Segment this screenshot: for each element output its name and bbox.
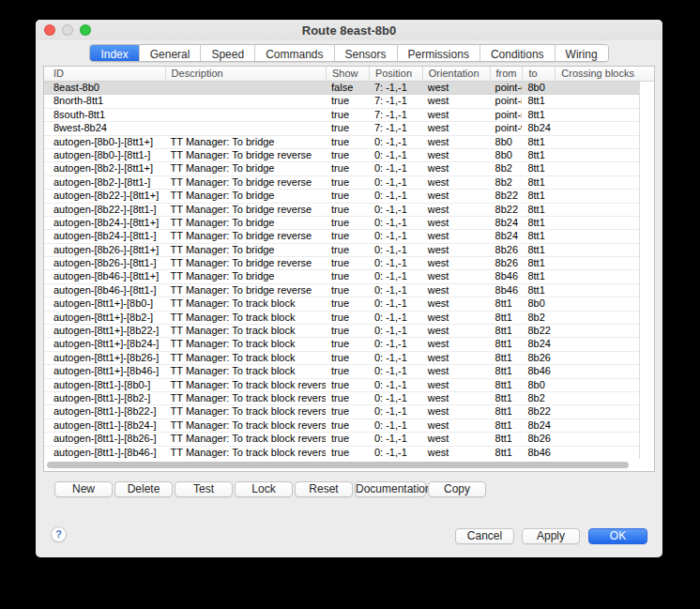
column-header-id[interactable]: ID: [44, 67, 165, 81]
table-row[interactable]: autogen-[8tt1+]-[8b0-]TT Manager: To tra…: [44, 297, 654, 311]
table-cell: 8tt1: [490, 312, 523, 324]
table-cell: 0: -1,-1: [369, 312, 422, 324]
table-cell: west: [422, 405, 490, 418]
tab-sensors[interactable]: Sensors: [334, 45, 397, 62]
table-cell: 0: -1,-1: [369, 338, 422, 350]
table-row[interactable]: autogen-[8b24-]-[8tt1+]TT Manager: To br…: [44, 217, 654, 230]
column-header-position[interactable]: Position: [369, 67, 422, 81]
table-cell: autogen-[8tt1-]-[8b24-]: [44, 419, 165, 432]
table-row[interactable]: autogen-[8b46-]-[8tt1+]TT Manager: To br…: [44, 270, 654, 283]
test-button[interactable]: Test: [175, 481, 233, 497]
table-row[interactable]: autogen-[8tt1-]-[8b26-]TT Manager: To tr…: [44, 433, 654, 446]
table-cell: autogen-[8b22-]-[8tt1-]: [44, 204, 165, 216]
column-header-orientation[interactable]: Orientation: [422, 67, 490, 81]
table-cell: 8tt1: [490, 325, 523, 337]
column-header-from[interactable]: from: [490, 67, 523, 81]
table-row[interactable]: autogen-[8b2-]-[8tt1-]TT Manager: To bri…: [44, 176, 654, 190]
horizontal-scrollbar-thumb[interactable]: [47, 462, 629, 468]
table-cell: true: [326, 433, 369, 445]
table-row[interactable]: autogen-[8b24-]-[8tt1-]TT Manager: To br…: [44, 230, 654, 243]
new-button[interactable]: New: [54, 481, 113, 497]
tab-conditions[interactable]: Conditions: [479, 45, 555, 62]
table-row[interactable]: autogen-[8tt1-]-[8b22-]TT Manager: To tr…: [44, 405, 654, 419]
table-cell: 8b46: [490, 270, 523, 282]
table-cell: 8b24: [490, 217, 523, 229]
table-row[interactable]: autogen-[8tt1-]-[8b2-]TT Manager: To tra…: [44, 392, 654, 405]
tab-general[interactable]: General: [139, 45, 201, 62]
table-cell: 0: -1,-1: [369, 284, 422, 297]
table-row[interactable]: autogen-[8b22-]-[8tt1+]TT Manager: To br…: [44, 190, 654, 203]
table-cell: 8b0: [490, 149, 523, 161]
table-row[interactable]: autogen-[8tt1+]-[8b46-]TT Manager: To tr…: [44, 365, 654, 378]
table-cell: west: [422, 257, 490, 269]
table-cell: west: [422, 230, 490, 242]
help-button[interactable]: ?: [51, 526, 67, 542]
table-cell: west: [422, 122, 490, 134]
column-header-to[interactable]: to: [522, 67, 555, 81]
vertical-scrollbar-track[interactable]: [639, 82, 654, 459]
table-cell: autogen-[8b2-]-[8tt1+]: [44, 162, 165, 175]
table-row[interactable]: autogen-[8b46-]-[8tt1-]TT Manager: To br…: [44, 284, 654, 297]
table-cell: point-w: [490, 122, 523, 134]
table-row[interactable]: autogen-[8tt1-]-[8b24-]TT Manager: To tr…: [44, 419, 654, 433]
table-cell: west: [422, 82, 490, 94]
reset-button[interactable]: Reset: [295, 481, 353, 497]
table-row[interactable]: autogen-[8tt1-]-[8b46-]TT Manager: To tr…: [44, 447, 654, 460]
table-row[interactable]: autogen-[8b0-]-[8tt1-]TT Manager: To bri…: [44, 149, 654, 162]
table-cell: 0: -1,-1: [369, 176, 422, 189]
table-cell: 8b46: [490, 284, 523, 297]
table-cell: point-e: [490, 82, 523, 94]
table-row[interactable]: autogen-[8b22-]-[8tt1-]TT Manager: To br…: [44, 204, 654, 217]
column-header-show[interactable]: Show: [326, 67, 369, 81]
table-row[interactable]: autogen-[8tt1+]-[8b24-]TT Manager: To tr…: [44, 338, 654, 351]
table-row[interactable]: 8east-8b0false7: -1,-1westpoint-e8b0: [44, 82, 654, 95]
table-row[interactable]: 8south-8tt1true7: -1,-1westpoint-s8tt1: [44, 109, 654, 122]
tab-permissions[interactable]: Permissions: [397, 45, 479, 62]
tab-index[interactable]: Index: [90, 45, 138, 62]
table-cell: 8tt1: [522, 244, 555, 256]
table-row[interactable]: autogen-[8tt1+]-[8b26-]TT Manager: To tr…: [44, 352, 654, 365]
cancel-button[interactable]: Cancel: [455, 528, 514, 544]
lock-button[interactable]: Lock: [235, 481, 293, 497]
table-cell: 8tt1: [522, 204, 555, 216]
apply-button[interactable]: Apply: [522, 528, 580, 544]
documentation-button[interactable]: Documentation: [355, 481, 426, 497]
table-cell: 8b0: [490, 136, 523, 148]
table-cell: 8b26: [490, 257, 523, 269]
table-row[interactable]: autogen-[8tt1+]-[8b22-]TT Manager: To tr…: [44, 325, 654, 338]
routes-table: IDDescriptionShowPositionOrientationfrom…: [43, 66, 655, 472]
tab-commands[interactable]: Commands: [254, 45, 333, 62]
table-cell: true: [326, 122, 369, 134]
column-header-crossing-blocks[interactable]: Crossing blocks: [555, 67, 654, 81]
table-row[interactable]: autogen-[8tt1-]-[8b0-]TT Manager: To tra…: [44, 379, 654, 392]
table-cell: 0: -1,-1: [369, 392, 422, 404]
table-row[interactable]: autogen-[8b2-]-[8tt1+]TT Manager: To bri…: [44, 162, 654, 175]
table-cell: TT Manager: To bridge: [165, 244, 326, 256]
tab-bar: IndexGeneralSpeedCommandsSensorsPermissi…: [36, 44, 662, 62]
tab-wiring[interactable]: Wiring: [555, 45, 608, 62]
table-cell: autogen-[8b2-]-[8tt1-]: [44, 176, 165, 189]
table-cell: true: [326, 109, 369, 121]
table-cell: TT Manager: To bridge reverse: [165, 284, 326, 297]
table-cell: 8tt1: [490, 405, 523, 418]
table-row[interactable]: 8west-8b24true7: -1,-1westpoint-w8b24: [44, 122, 654, 135]
tab-speed[interactable]: Speed: [200, 45, 254, 62]
table-cell: 8tt1: [522, 136, 555, 148]
table-row[interactable]: 8north-8tt1true7: -1,-1westpoint-n8tt1: [44, 95, 654, 108]
table-row[interactable]: autogen-[8b26-]-[8tt1+]TT Manager: To br…: [44, 244, 654, 257]
table-cell: west: [422, 338, 490, 350]
table-cell: 7: -1,-1: [369, 109, 422, 121]
delete-button[interactable]: Delete: [114, 481, 173, 497]
column-header-description[interactable]: Description: [165, 67, 326, 81]
table-row[interactable]: autogen-[8tt1+]-[8b2-]TT Manager: To tra…: [44, 312, 654, 325]
horizontal-scrollbar-track[interactable]: [44, 459, 654, 471]
ok-button[interactable]: OK: [588, 528, 647, 544]
table-row[interactable]: autogen-[8b0-]-[8tt1+]TT Manager: To bri…: [44, 136, 654, 149]
table-cell: 8b2: [522, 392, 555, 404]
table-cell: true: [326, 149, 369, 161]
table-cell: autogen-[8tt1-]-[8b0-]: [44, 379, 165, 391]
table-row[interactable]: autogen-[8b26-]-[8tt1-]TT Manager: To br…: [44, 257, 654, 270]
table-cell: autogen-[8b0-]-[8tt1+]: [44, 136, 165, 148]
table-cell: TT Manager: To track block: [165, 312, 326, 324]
copy-button[interactable]: Copy: [428, 481, 486, 497]
